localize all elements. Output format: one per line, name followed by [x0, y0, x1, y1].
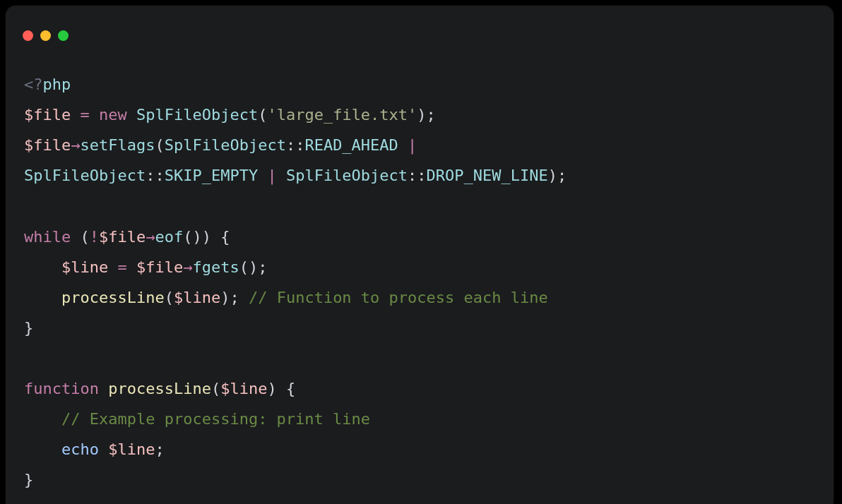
code-line [24, 349, 33, 367]
code-token [90, 106, 99, 124]
code-token: processLine [108, 380, 211, 397]
code-token: $line [108, 440, 155, 458]
titlebar [6, 6, 834, 49]
code-line: $line = $file→fgets(); [24, 258, 267, 276]
code-token: eof [155, 228, 183, 246]
close-icon[interactable] [23, 30, 33, 41]
code-token: function [24, 380, 99, 397]
code-token: :: [146, 167, 165, 184]
code-window: <?php $file = new SplFileObject('large_f… [6, 6, 834, 504]
code-line: } [24, 471, 33, 488]
code-token: } [24, 471, 33, 488]
code-token: php [43, 76, 71, 93]
code-token: ( [165, 289, 174, 306]
code-token: $file [24, 106, 71, 124]
code-token: (); [239, 258, 268, 276]
code-line: echo $line; [24, 440, 165, 458]
code-token: | [267, 167, 276, 184]
code-token [258, 167, 267, 184]
code-token: ); [417, 106, 436, 124]
code-token: ; [155, 440, 164, 458]
code-token: ) { [267, 380, 295, 397]
code-token: $file [24, 136, 71, 154]
code-token [24, 440, 61, 458]
code-token [99, 440, 108, 458]
code-line: // Example processing: print line [24, 410, 370, 428]
code-token: SKIP_EMPTY [165, 167, 258, 184]
code-token: SplFileObject [136, 106, 258, 124]
code-token [24, 289, 61, 306]
code-token [24, 258, 61, 276]
code-block: <?php $file = new SplFileObject('large_f… [6, 49, 834, 496]
code-token: :: [286, 136, 305, 154]
code-line: } [24, 319, 33, 337]
code-token: processLine [61, 289, 165, 306]
code-token: ( [258, 106, 267, 124]
code-token: $file [99, 228, 146, 246]
code-line: $file→setFlags(SplFileObject::READ_AHEAD… [24, 136, 427, 154]
code-line: <?php [24, 76, 71, 93]
code-token: → [183, 258, 192, 276]
code-token: fgets [192, 258, 239, 276]
code-token: $file [136, 258, 183, 276]
code-token: new [99, 106, 127, 124]
code-token [24, 349, 33, 367]
code-token [108, 258, 117, 276]
code-token [127, 106, 136, 124]
code-token: echo [61, 440, 99, 458]
zoom-icon[interactable] [58, 30, 69, 41]
code-token: ! [90, 228, 99, 246]
code-token: ); [548, 167, 567, 184]
code-token: SplFileObject [286, 167, 408, 184]
code-token [277, 167, 286, 184]
code-token: $line [220, 380, 267, 397]
code-token: ( [155, 136, 164, 154]
code-token: ()) { [183, 228, 230, 246]
code-token: ); [220, 289, 249, 306]
code-line [24, 197, 33, 215]
code-token: READ_AHEAD [304, 136, 398, 154]
minimize-icon[interactable] [40, 30, 51, 41]
code-token: 'large_file.txt' [267, 106, 417, 124]
code-token: ( [71, 228, 90, 246]
code-token: ( [211, 380, 220, 397]
code-token: = [117, 258, 126, 276]
code-line: SplFileObject::SKIP_EMPTY | SplFileObjec… [24, 167, 567, 184]
code-token: → [146, 228, 155, 246]
code-token: setFlags [80, 136, 155, 154]
code-token [398, 136, 408, 154]
code-token: DROP_NEW_LINE [427, 167, 548, 184]
code-token: SplFileObject [24, 167, 146, 184]
code-token [24, 197, 33, 215]
code-line: processLine($line); // Function to proce… [24, 289, 548, 306]
code-token: $line [174, 289, 220, 306]
code-line: $file = new SplFileObject('large_file.tx… [24, 106, 436, 124]
code-token: $line [61, 258, 108, 276]
code-token: → [71, 136, 80, 154]
code-token: <? [24, 76, 43, 93]
code-token: // Function to process each line [249, 289, 548, 306]
code-token: :: [408, 167, 427, 184]
code-token: SplFileObject [165, 136, 286, 154]
code-token [99, 380, 108, 397]
code-token [71, 106, 80, 124]
code-token: = [80, 106, 89, 124]
code-token: | [408, 136, 417, 154]
code-token [417, 136, 426, 154]
code-token: while [24, 228, 71, 246]
code-token: // Example processing: print line [61, 410, 370, 428]
code-line: while (!$file→eof()) { [24, 228, 230, 246]
code-token [127, 258, 136, 276]
code-line: function processLine($line) { [24, 380, 295, 397]
code-token: } [24, 319, 33, 337]
code-token [24, 410, 61, 428]
